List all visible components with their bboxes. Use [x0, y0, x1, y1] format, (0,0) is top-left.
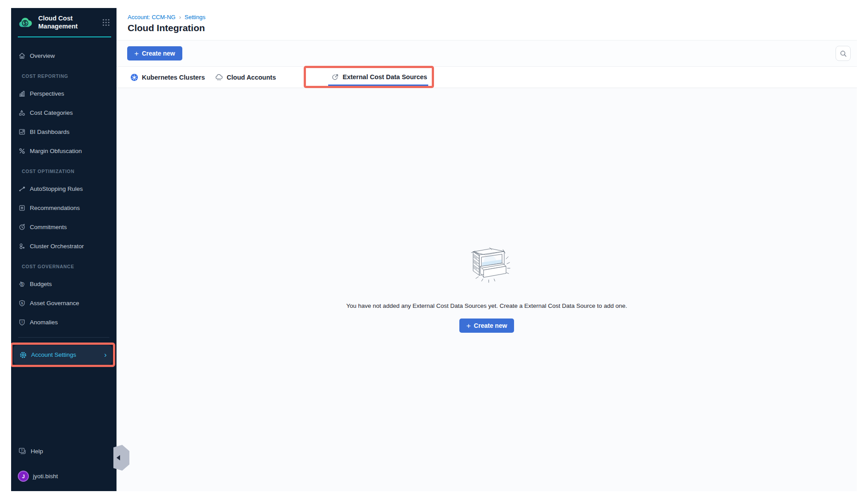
sidebar-item-bi-dashboards[interactable]: BI Dashboards — [11, 122, 117, 141]
sidebar-item-autostopping-rules[interactable]: AutoStopping Rules — [11, 179, 117, 198]
sidebar: $ Cloud Cost Management Overview COST R — [11, 8, 117, 491]
page-title: Cloud Integration — [128, 23, 857, 33]
tab-external-cost-data-sources[interactable]: External Cost Data Sources — [331, 73, 427, 81]
sidebar-item-label: Cost Categories — [30, 109, 73, 116]
sidebar-item-anomalies[interactable]: ! Anomalies — [11, 313, 117, 332]
create-new-button[interactable]: + Create new — [127, 46, 182, 60]
sidebar-item-label: Asset Governance — [30, 300, 79, 306]
sidebar-item-cost-categories[interactable]: Cost Categories — [11, 103, 117, 122]
collapse-arrow-icon — [117, 455, 120, 460]
sidebar-item-label: Commitments — [30, 224, 67, 230]
brand: $ Cloud Cost Management — [11, 8, 117, 35]
shield-alert-icon: ! — [18, 319, 26, 327]
cloud-cost-management-logo-icon: $ — [18, 16, 34, 28]
nav-section-cost-optimization: COST OPTIMIZATION — [11, 163, 117, 179]
kubernetes-icon — [130, 73, 138, 81]
tab-label: Cloud Accounts — [227, 74, 276, 81]
cluster-icon — [18, 242, 26, 250]
sidebar-item-label: Budgets — [30, 281, 52, 287]
breadcrumb-settings-link[interactable]: Settings — [185, 14, 205, 20]
shield-dollar-icon: $ — [18, 299, 26, 307]
help-label: Help — [31, 448, 43, 455]
cloud-icon — [215, 73, 223, 81]
shapes-icon — [18, 109, 26, 117]
svg-text:$: $ — [24, 20, 27, 26]
sidebar-item-label: Recommendations — [30, 205, 80, 211]
external-link-icon — [331, 73, 339, 81]
page-header: Account: CCM-NG › Settings Cloud Integra… — [117, 8, 857, 40]
sidebar-item-label: BI Dashboards — [30, 129, 69, 135]
sidebar-item-label: Cluster Orchestrator — [30, 243, 84, 250]
annotation-box-account-settings: Account Settings › — [11, 343, 115, 367]
annotation-box-external-cost-tab: External Cost Data Sources — [304, 66, 434, 88]
plus-icon: + — [466, 322, 471, 330]
bar-chart-icon — [18, 90, 26, 98]
module-grid-icon[interactable] — [102, 18, 110, 27]
brand-title: Cloud Cost Management — [38, 14, 88, 30]
tab-label: Kubernetes Clusters — [142, 74, 205, 81]
sidebar-item-label: Account Settings — [31, 351, 76, 358]
sidebar-item-asset-governance[interactable]: $ Asset Governance — [11, 294, 117, 313]
recommendation-icon — [18, 204, 26, 212]
tab-cloud-accounts[interactable]: Cloud Accounts — [215, 67, 276, 88]
plus-icon: + — [134, 50, 139, 57]
breadcrumb-account-link[interactable]: Account: CCM-NG — [128, 14, 176, 20]
nav-section-cost-governance: COST GOVERNANCE — [11, 258, 117, 274]
avatar: J — [18, 471, 29, 482]
chevron-right-icon: › — [104, 351, 107, 359]
create-new-label: Create new — [474, 322, 507, 329]
sidebar-item-account-settings[interactable]: Account Settings › — [13, 345, 112, 364]
tab-bar: Kubernetes Clusters Cloud Accounts Exter… — [117, 67, 857, 88]
tab-label: External Cost Data Sources — [342, 73, 427, 81]
sidebar-item-commitments[interactable]: Commitments — [11, 218, 117, 237]
breadcrumb-separator-icon: › — [179, 14, 181, 20]
user-menu[interactable]: J jyoti.bisht — [18, 471, 58, 482]
search-button[interactable] — [836, 46, 851, 61]
clock-icon — [18, 223, 26, 231]
dashboard-image-icon — [18, 128, 26, 136]
tab-kubernetes-clusters[interactable]: Kubernetes Clusters — [130, 67, 205, 88]
sidebar-item-label: Perspectives — [30, 90, 64, 97]
home-icon — [18, 52, 26, 60]
piggy-bank-icon: $ — [18, 280, 26, 288]
app-frame: $ Cloud Cost Management Overview COST R — [11, 8, 857, 491]
empty-create-new-button[interactable]: + Create new — [459, 319, 514, 333]
sidebar-item-label: Margin Obfuscation — [30, 148, 82, 154]
sidebar-item-label: AutoStopping Rules — [30, 185, 83, 192]
sidebar-item-label: Anomalies — [30, 319, 58, 326]
percent-icon — [18, 147, 26, 155]
active-tab-underline — [328, 85, 428, 86]
toolbar: + Create new — [117, 40, 857, 67]
sidebar-item-cluster-orchestrator[interactable]: Cluster Orchestrator — [11, 237, 117, 256]
gear-icon — [19, 351, 27, 359]
breadcrumb: Account: CCM-NG › Settings — [128, 14, 857, 20]
svg-text:$: $ — [21, 301, 23, 305]
nav-section-cost-reporting: COST REPORTING — [11, 68, 117, 84]
sidebar-item-recommendations[interactable]: Recommendations — [11, 198, 117, 218]
empty-state: You have not added any External Cost Dat… — [117, 88, 857, 491]
sidebar-item-overview[interactable]: Overview — [11, 46, 117, 65]
sidebar-nav: Overview COST REPORTING Perspectives Cos… — [11, 37, 117, 332]
sidebar-item-perspectives[interactable]: Perspectives — [11, 84, 117, 103]
sidebar-item-margin-obfuscation[interactable]: Margin Obfuscation — [11, 141, 117, 161]
sidebar-item-help[interactable]: ? Help — [18, 447, 43, 456]
user-name: jyoti.bisht — [33, 473, 58, 480]
sidebar-item-label: Overview — [30, 52, 55, 59]
empty-state-message: You have not added any External Cost Dat… — [346, 302, 627, 309]
empty-drawer-illustration — [463, 245, 510, 286]
create-new-label: Create new — [142, 50, 175, 57]
main-content: Account: CCM-NG › Settings Cloud Integra… — [117, 8, 857, 491]
help-chat-icon: ? — [18, 447, 27, 456]
nav-divider — [18, 337, 109, 338]
svg-text:?: ? — [20, 448, 23, 452]
sidebar-item-budgets[interactable]: $ Budgets — [11, 274, 117, 294]
svg-text:$: $ — [21, 283, 23, 286]
svg-text:!: ! — [21, 320, 23, 324]
autostopping-icon — [18, 185, 26, 193]
search-icon — [840, 50, 847, 57]
